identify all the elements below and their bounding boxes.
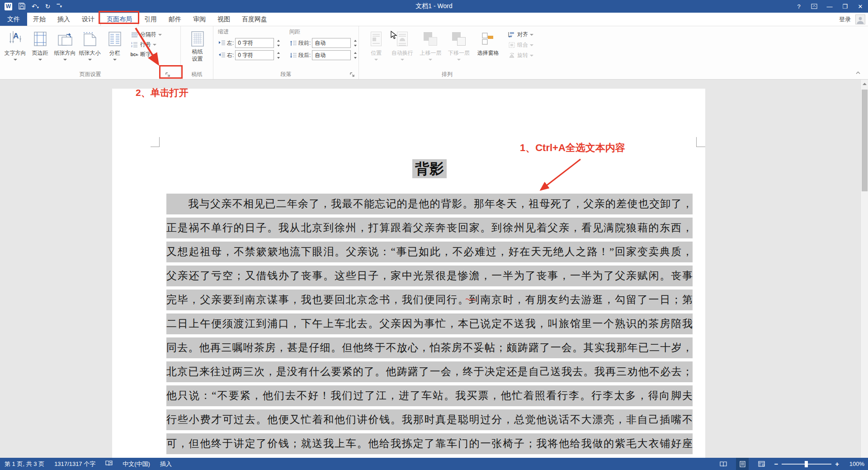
indent-left-stepper[interactable]: [275, 38, 281, 48]
align-button[interactable]: 对齐: [508, 31, 533, 38]
zoom-in-icon[interactable]: +: [835, 460, 839, 468]
scroll-up-icon[interactable]: [861, 80, 868, 87]
word-count-indicator[interactable]: 1317/1317 个字: [54, 460, 95, 468]
bring-forward-button: 上移一层: [416, 27, 445, 70]
group-objects-button: 组合: [508, 41, 533, 49]
space-before-stepper[interactable]: [352, 38, 358, 48]
help-button[interactable]: ?: [791, 0, 807, 13]
wrap-text-button: 自动换行: [388, 27, 416, 70]
tab-insert[interactable]: 插入: [52, 13, 76, 26]
text-direction-icon: A: [8, 30, 23, 48]
indent-right-icon: [218, 52, 226, 59]
vertical-scrollbar[interactable]: [860, 80, 868, 458]
text-line[interactable]: 正是祸不单行的日子。我从北京到徐州，打算跟着父亲奔丧回家。到徐州见着父亲，看见满…: [166, 218, 693, 242]
tab-review[interactable]: 审阅: [187, 13, 212, 26]
text-line[interactable]: 完毕，父亲要到南京谋事，我也要回北京念书，我们便同行。到南京时，有朋友约去游逛，…: [166, 290, 693, 313]
chevron-down-icon: [530, 55, 533, 57]
chevron-down-icon: [88, 59, 92, 61]
space-before-input[interactable]: 自动: [312, 38, 351, 48]
web-layout-view-button[interactable]: [755, 458, 768, 470]
space-after-stepper[interactable]: [352, 50, 358, 60]
group-paragraph: 缩进 左: 0 字符 右: 0 字符 间距: [213, 26, 359, 79]
zoom-slider-track[interactable]: [782, 464, 831, 465]
selection-pane-button[interactable]: 选择窗格: [473, 27, 503, 70]
indent-section-title: 缩进: [218, 28, 281, 36]
maximize-button[interactable]: ❐: [837, 0, 853, 13]
line-numbers-button[interactable]: 12 行号: [131, 41, 162, 48]
ribbon-display-options-icon[interactable]: [807, 0, 822, 13]
indent-left-input[interactable]: 0 字符: [235, 38, 274, 48]
read-mode-view-button[interactable]: [717, 458, 730, 470]
chevron-down-icon: [158, 34, 162, 36]
text-line[interactable]: 又想起祖母，不禁簌簌地流下眼泪。父亲说：“事已如此，不必难过，好在天无绝人之路！…: [166, 242, 693, 266]
language-indicator[interactable]: 中文(中国): [123, 460, 150, 468]
group-page-setup: A 文字方向 页边距 纸张方向: [0, 26, 181, 79]
line-numbers-icon: 12: [131, 41, 138, 48]
columns-button[interactable]: 分栏: [102, 27, 127, 70]
text-line[interactable]: 我与父亲不相见已二年余了，我最不能忘记的是他的背影。那年冬天，祖母死了，父亲的差…: [166, 194, 693, 218]
zoom-slider-thumb[interactable]: [805, 461, 808, 467]
space-after-input[interactable]: 自动: [312, 50, 351, 60]
close-button[interactable]: ✕: [853, 0, 868, 13]
zoom-out-icon[interactable]: −: [774, 460, 778, 468]
tab-references[interactable]: 引用: [138, 13, 163, 26]
page-number-indicator[interactable]: 第 1 页, 共 3 页: [5, 460, 44, 468]
manuscript-setup-button[interactable]: 稿纸 设置: [184, 27, 211, 70]
tab-page-layout[interactable]: 页面布局: [100, 13, 138, 26]
collapse-ribbon-icon[interactable]: [855, 68, 861, 76]
margins-button[interactable]: 页边距: [28, 27, 52, 70]
text-direction-button[interactable]: A 文字方向: [3, 27, 28, 70]
proofing-status-icon[interactable]: [105, 460, 113, 468]
insert-mode-indicator[interactable]: 插入: [160, 460, 172, 468]
zoom-level-indicator[interactable]: 100%: [845, 461, 864, 467]
page-setup-dialog-launcher[interactable]: [165, 72, 171, 78]
text-line[interactable]: 北京已来往过两三次，是没有什么要紧的了。他踌躇了一会，终于决定还是自己送我去。我…: [166, 361, 693, 385]
group-label-manuscript: 稿纸: [181, 71, 213, 78]
rotate-icon: [508, 52, 515, 59]
text-line[interactable]: 父亲还了亏空；又借钱办了丧事。这些日子，家中光景很是惨澹，一半为了丧事，一半为了…: [166, 266, 693, 290]
text-line[interactable]: 行些小费才可过去。他便又忙着和他们讲价钱。我那时真是聪明过分，总觉他说话不大漂亮…: [166, 409, 693, 433]
window-title: 文档1 - Word: [0, 2, 868, 10]
zoom-slider[interactable]: − +: [774, 460, 839, 468]
indent-right-input[interactable]: 0 字符: [235, 50, 274, 60]
document-title[interactable]: 背影: [166, 159, 693, 179]
scrollbar-thumb[interactable]: [862, 90, 868, 191]
indent-right-stepper[interactable]: [275, 50, 281, 60]
send-backward-button: 下移一层: [445, 27, 473, 70]
sign-in-link[interactable]: 登录: [839, 15, 851, 24]
orientation-button[interactable]: 纸张方向: [52, 27, 77, 70]
minimize-button[interactable]: —: [822, 0, 837, 13]
text-line[interactable]: 二日上午便须渡江到浦口，下午上车北去。父亲因为事忙，本已说定不送我，叫旅馆里一个…: [166, 313, 693, 337]
text-boundary-mark-left: [151, 137, 160, 147]
hyphenation-button[interactable]: bca- 断字: [131, 51, 162, 58]
text-line[interactable]: 他只说：“不要紧，他们去不好！我们过了江，进了车站。我买票，他忙着照看行李。行李…: [166, 385, 693, 409]
print-layout-view-button[interactable]: [736, 458, 749, 470]
paper-size-button[interactable]: 纸张大小: [77, 27, 102, 70]
chevron-down-icon: [113, 59, 117, 61]
columns-icon: [107, 30, 123, 48]
chevron-down-icon: [374, 59, 378, 61]
text-boundary-mark-right: [696, 137, 705, 147]
tab-mailings[interactable]: 邮件: [163, 13, 187, 26]
paragraph-dialog-launcher[interactable]: [349, 72, 356, 78]
space-after-label: 段后:: [298, 52, 311, 59]
tab-design[interactable]: 设计: [76, 13, 100, 26]
text-line[interactable]: 同去。他再三嘱咐茶房，甚是仔细。但他终于不放心，怕茶房不妥帖；颇踌躇了一会。其实…: [166, 337, 693, 361]
space-after-icon: [289, 52, 297, 59]
tab-baidu-netdisk[interactable]: 百度网盘: [236, 13, 273, 26]
tab-file[interactable]: 文件: [0, 13, 27, 26]
align-icon: [508, 31, 515, 38]
indent-left-icon: [218, 40, 226, 47]
hyphenation-icon: bca-: [131, 51, 138, 58]
user-avatar[interactable]: [855, 14, 865, 24]
page-break-icon: [131, 31, 138, 38]
tab-home[interactable]: 开始: [27, 13, 52, 26]
rotate-button: 旋转: [508, 52, 533, 59]
document-paragraph[interactable]: 我与父亲不相见已二年余了，我最不能忘记的是他的背影。那年冬天，祖母死了，父亲的差…: [166, 194, 693, 457]
svg-text:A: A: [13, 32, 19, 40]
tab-view[interactable]: 视图: [212, 13, 236, 26]
text-line[interactable]: 可，但他终于讲定了价钱；就送我上车。他给我拣定了靠车门的一张椅子；我将他给我做的…: [166, 433, 693, 457]
breaks-button[interactable]: 分隔符: [131, 31, 162, 38]
indent-right-label: 右:: [227, 52, 234, 59]
chevron-down-icon: [14, 59, 17, 61]
